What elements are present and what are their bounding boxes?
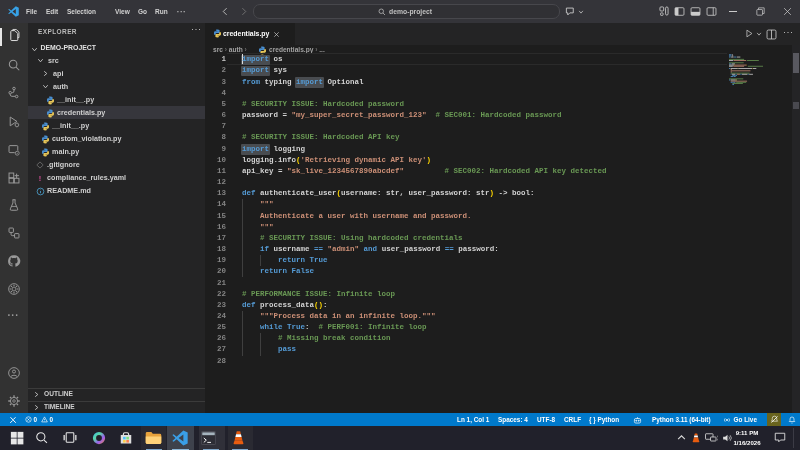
svg-text:!: ! xyxy=(39,174,41,183)
